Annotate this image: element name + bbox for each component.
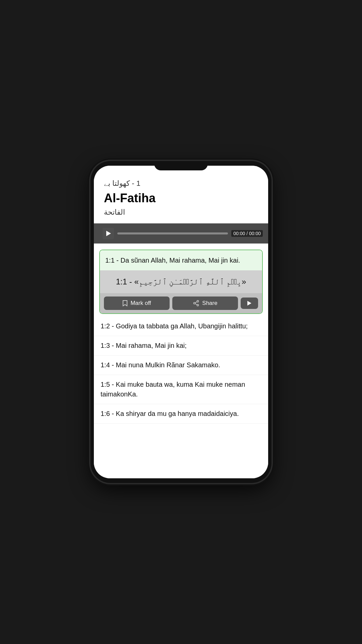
media-player: 00:00 / 00:00 xyxy=(94,223,268,244)
verse-item-1-3[interactable]: 1:3 - Mai rahama, Mai jin kai; xyxy=(94,336,268,356)
verse-item-1-6[interactable]: 1:6 - Ka shiryar da mu ga hanya madaidai… xyxy=(94,404,268,424)
verse-item-1-4[interactable]: 1:4 - Mai nuna Mulkin Rãnar Sakamako. xyxy=(94,356,268,375)
active-verse-card: 1:1 - Da sũnan Allah, Mai rahama, Mai ji… xyxy=(99,250,263,314)
svg-point-2 xyxy=(197,304,199,306)
verse-item-1-5[interactable]: 1:5 - Kai muke bauta wa, kuma Kai muke n… xyxy=(94,375,268,404)
verse-actions-bar: Mark off Share xyxy=(100,293,262,313)
verse-item-1-2[interactable]: 1:2 - Godiya ta tabbata ga Allah, Ubangi… xyxy=(94,317,268,336)
notch xyxy=(154,161,208,170)
share-label: Share xyxy=(202,300,217,307)
screen: 1 - کھولتا بے Al-Fatiha الفاتحة 00:00 / … xyxy=(94,166,268,478)
progress-bar[interactable] xyxy=(117,232,228,234)
bookmark-icon xyxy=(122,300,128,307)
header-section: 1 - کھولتا بے Al-Fatiha الفاتحة xyxy=(94,166,268,223)
svg-point-1 xyxy=(194,303,195,304)
svg-point-0 xyxy=(197,301,199,302)
arabic-subtitle: الفاتحة xyxy=(104,208,258,217)
phone-frame: 1 - کھولتا بے Al-Fatiha الفاتحة 00:00 / … xyxy=(90,161,272,483)
svg-line-3 xyxy=(195,304,197,305)
active-verse-translation[interactable]: 1:1 - Da sũnan Allah, Mai rahama, Mai ji… xyxy=(100,250,262,270)
play-triangle-icon xyxy=(106,231,111,236)
share-button[interactable]: Share xyxy=(172,297,238,310)
verse-play-button[interactable] xyxy=(241,298,258,309)
svg-line-4 xyxy=(195,302,197,303)
share-icon xyxy=(193,300,199,307)
time-display: 00:00 / 00:00 xyxy=(231,230,263,237)
player-play-button[interactable] xyxy=(103,228,114,239)
subtitle-line: 1 - کھولتا بے xyxy=(104,179,258,188)
mark-off-label: Mark off xyxy=(130,300,151,307)
content-area: 1:1 - Da sũnan Allah, Mai rahama, Mai ji… xyxy=(94,244,268,478)
active-verse-arabic: «بِسۡمِ ٱللَّهِ ٱلرَّحۡمَـٰنِ ٱلرَّحِیمِ… xyxy=(100,270,262,293)
play-icon xyxy=(247,301,251,306)
surah-title: Al-Fatiha xyxy=(104,191,258,205)
mark-off-button[interactable]: Mark off xyxy=(104,297,170,310)
